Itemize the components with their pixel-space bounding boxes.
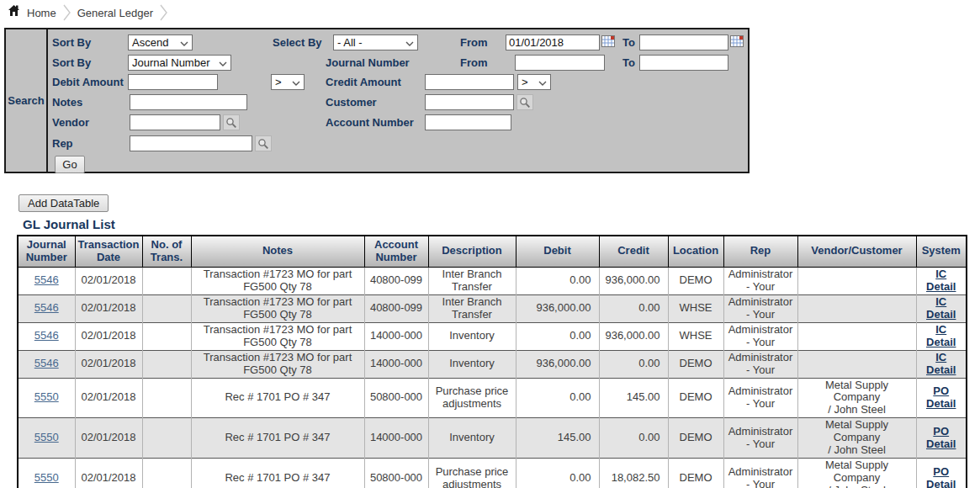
- table-header-row: Journal Number Transaction Date No. of T…: [18, 236, 967, 267]
- customer-label: Customer: [326, 96, 377, 109]
- cell-system: PODetail: [916, 378, 967, 418]
- select-by-label: Select By: [273, 36, 322, 49]
- cell-credit: 0.00: [599, 418, 668, 459]
- rep-search-icon[interactable]: [255, 135, 272, 151]
- breadcrumb-home[interactable]: Home: [27, 7, 56, 19]
- cell-description: Inventory: [428, 418, 516, 459]
- vendor-search-icon[interactable]: [223, 114, 240, 130]
- journal-number-link[interactable]: 5546: [34, 301, 59, 314]
- cell-account-number: 50800-000: [364, 459, 428, 488]
- breadcrumb: Home General Ledger: [0, 0, 980, 25]
- calendar-icon[interactable]: [601, 34, 616, 48]
- select-by-value: - All -: [337, 36, 363, 49]
- cell-notes: Rec # 1701 PO # 347: [191, 378, 364, 418]
- select-by-select[interactable]: - All -: [333, 34, 418, 50]
- credit-amount-input[interactable]: [425, 74, 514, 90]
- account-number-label: Account Number: [326, 116, 414, 129]
- cell-transaction-date: 02/01/2018: [75, 267, 142, 294]
- home-icon[interactable]: [7, 3, 21, 21]
- sort-field-select[interactable]: Journal Number: [128, 55, 231, 71]
- vendor-input[interactable]: [130, 114, 220, 130]
- cell-journal-number: 5546: [18, 322, 75, 350]
- customer-input[interactable]: [425, 94, 514, 110]
- rep-input[interactable]: [130, 135, 252, 151]
- journal-number-link[interactable]: 5550: [34, 390, 59, 403]
- breadcrumb-general-ledger[interactable]: General Ledger: [77, 7, 153, 19]
- cell-credit: 936,000.00: [599, 267, 668, 294]
- calendar-icon[interactable]: [730, 34, 744, 48]
- cell-journal-number: 5546: [18, 350, 75, 378]
- debit-amount-label: Debit Amount: [52, 76, 124, 88]
- cell-location: DEMO: [668, 378, 723, 418]
- journal-number-link[interactable]: 5546: [34, 329, 59, 342]
- system-detail-link[interactable]: PODetail: [926, 425, 956, 450]
- cell-rep: Administrator- Your: [723, 459, 797, 488]
- cell-description: Inter Branch Transfer: [428, 267, 516, 294]
- cell-system: ICDetail: [916, 350, 967, 378]
- cell-credit: 145.00: [599, 378, 668, 418]
- cell-vendor-customer: [797, 294, 916, 322]
- chevron-right-icon: [159, 3, 168, 23]
- system-detail-link[interactable]: PODetail: [926, 385, 956, 410]
- system-detail-link[interactable]: ICDetail: [926, 268, 956, 293]
- system-detail-link[interactable]: PODetail: [926, 465, 956, 488]
- journal-number-link[interactable]: 5546: [34, 357, 59, 369]
- account-number-input[interactable]: [425, 114, 511, 130]
- journal-to-input[interactable]: [639, 55, 728, 71]
- cell-debit: 0.00: [516, 378, 599, 418]
- cell-system: PODetail: [916, 418, 967, 459]
- date-from-label: From: [460, 36, 488, 49]
- date-to-input[interactable]: [639, 34, 728, 50]
- credit-operator-select[interactable]: >: [517, 74, 551, 90]
- cell-debit: 936,000.00: [516, 350, 599, 378]
- cell-rep: Administrator- Your: [723, 322, 797, 350]
- cell-no-of-trans: [142, 418, 191, 459]
- chevron-down-icon: [180, 36, 188, 49]
- rep-label: Rep: [52, 137, 73, 150]
- debit-amount-input[interactable]: [128, 74, 218, 90]
- cell-credit: 0.00: [599, 294, 668, 322]
- col-header-vendor-customer: Vendor/Customer: [797, 236, 916, 267]
- credit-amount-label: Credit Amount: [326, 76, 401, 88]
- journal-number-link[interactable]: 5546: [34, 273, 59, 286]
- cell-debit: 0.00: [516, 267, 599, 294]
- cell-rep: Administrator- Your: [723, 294, 797, 322]
- system-detail-link[interactable]: ICDetail: [926, 323, 956, 348]
- search-panel-side: Search: [6, 29, 48, 172]
- col-header-transaction-date: Transaction Date: [75, 236, 142, 267]
- customer-search-icon[interactable]: [516, 94, 533, 110]
- notes-input[interactable]: [130, 94, 247, 110]
- cell-vendor-customer: Metal Supply Company/ John Steel: [797, 378, 916, 418]
- sort-order-select[interactable]: Ascend: [128, 34, 193, 50]
- cell-description: Inter Branch Transfer: [428, 294, 516, 322]
- cell-location: DEMO: [668, 418, 723, 459]
- journal-from-input[interactable]: [515, 55, 605, 71]
- cell-transaction-date: 02/01/2018: [75, 418, 142, 459]
- date-from-input[interactable]: [506, 34, 600, 50]
- cell-vendor-customer: Metal Supply Company/ John Steel: [797, 418, 916, 459]
- cell-account-number: 14000-000: [364, 418, 428, 459]
- add-datatable-button[interactable]: Add DataTable: [19, 194, 109, 212]
- cell-no-of-trans: [142, 378, 191, 418]
- journal-number-link[interactable]: 5550: [34, 431, 59, 443]
- cell-journal-number: 5550: [18, 459, 75, 488]
- journal-to-label: To: [622, 56, 635, 69]
- table-row: 554602/01/2018Transaction #1723 MO for p…: [18, 294, 967, 322]
- col-header-credit: Credit: [599, 236, 668, 267]
- cell-rep: Administrator- Your: [723, 350, 797, 378]
- debit-operator-select[interactable]: >: [271, 74, 305, 90]
- cell-debit: 936,000.00: [516, 294, 599, 322]
- cell-rep: Administrator- Your: [723, 418, 797, 459]
- notes-label: Notes: [52, 96, 82, 109]
- gl-journal-table: Journal Number Transaction Date No. of T…: [17, 235, 967, 488]
- system-detail-link[interactable]: ICDetail: [926, 351, 956, 376]
- chevron-down-icon: [219, 56, 227, 69]
- go-button[interactable]: Go: [55, 156, 85, 173]
- page-title: GL Journal List: [23, 217, 980, 231]
- cell-system: ICDetail: [916, 322, 967, 350]
- cell-location: DEMO: [668, 267, 723, 294]
- system-detail-link[interactable]: ICDetail: [926, 295, 956, 321]
- chevron-down-icon: [292, 76, 300, 88]
- col-header-system: System: [916, 236, 967, 267]
- journal-number-link[interactable]: 5550: [34, 471, 59, 484]
